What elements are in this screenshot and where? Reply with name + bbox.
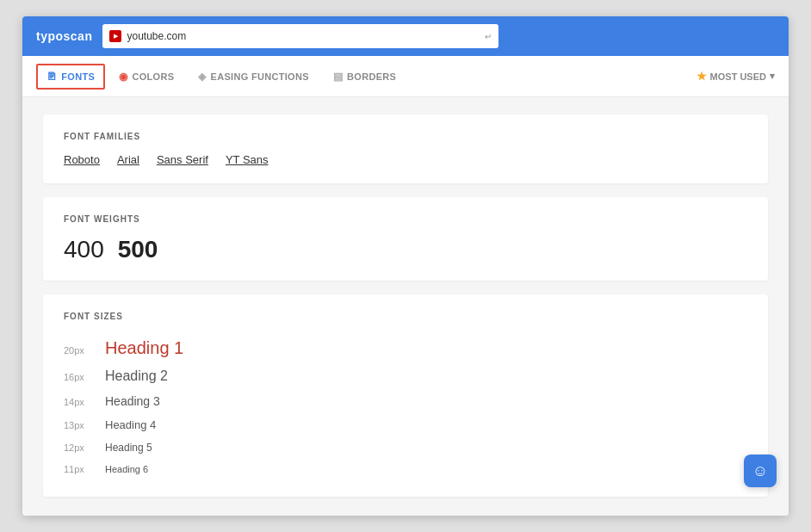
font-families-list: Roboto Arial Sans Serif YT Sans xyxy=(64,153,747,166)
font-size-sample-h1: Heading 1 xyxy=(105,338,183,358)
address-bar[interactable]: youtube.com ↵ xyxy=(102,24,498,48)
font-size-row-h3: 14px Heading 3 xyxy=(64,389,747,413)
font-family-roboto[interactable]: Roboto xyxy=(64,153,100,166)
borders-icon: ▤ xyxy=(333,71,343,83)
font-size-label-h2: 16px xyxy=(64,372,91,382)
star-icon: ★ xyxy=(696,70,707,83)
font-family-yt-sans[interactable]: YT Sans xyxy=(226,153,269,166)
font-size-sample-h5: Heading 5 xyxy=(105,442,152,454)
font-size-label-h1: 20px xyxy=(64,345,91,356)
colors-icon: ◉ xyxy=(119,71,127,83)
font-size-label-h6: 11px xyxy=(64,464,91,474)
tab-colors[interactable]: ◉ COLORS xyxy=(108,64,184,90)
font-sizes-title: FONT SIZES xyxy=(64,312,747,321)
tab-borders-label: BORDERS xyxy=(347,71,396,82)
font-weight-500: 500 xyxy=(118,236,158,263)
font-size-sample-h6: Heading 6 xyxy=(105,464,148,474)
browser-topbar: typoscan youtube.com ↵ xyxy=(22,16,789,56)
browser-window: typoscan youtube.com ↵ 🖹 FONTS ◉ COLORS … xyxy=(22,16,789,516)
font-weights-title: FONT WEIGHTS xyxy=(64,214,747,224)
address-text: youtube.com xyxy=(127,30,480,42)
tab-easing[interactable]: ◈ EASING FUNCTIONS xyxy=(188,64,319,90)
font-size-label-h5: 12px xyxy=(64,442,91,453)
easing-icon: ◈ xyxy=(198,71,206,83)
font-size-sample-h3: Heading 3 xyxy=(105,394,160,408)
font-size-row-h5: 12px Heading 5 xyxy=(64,436,747,459)
brand-logo: typoscan xyxy=(36,29,92,43)
chat-bubble-icon: ☺ xyxy=(752,462,768,480)
most-used-button[interactable]: ★ MOST USED ▾ xyxy=(696,70,775,83)
font-weights-card: FONT WEIGHTS 400 500 xyxy=(43,197,768,281)
font-size-label-h3: 14px xyxy=(64,397,91,407)
most-used-label: MOST USED xyxy=(710,71,766,82)
font-family-arial[interactable]: Arial xyxy=(117,153,139,166)
font-size-sample-h4: Heading 4 xyxy=(105,418,156,431)
most-used-chevron-icon: ▾ xyxy=(770,71,775,82)
address-arrow-icon: ↵ xyxy=(485,32,492,41)
font-size-label-h4: 13px xyxy=(64,420,91,430)
chat-bubble-button[interactable]: ☺ xyxy=(744,455,777,487)
font-size-row-h6: 11px Heading 6 xyxy=(64,459,747,479)
font-weight-400: 400 xyxy=(64,236,104,263)
font-families-card: FONT FAMILIES Roboto Arial Sans Serif YT… xyxy=(43,114,768,183)
font-size-sample-h2: Heading 2 xyxy=(105,368,168,384)
font-size-row-h1: 20px Heading 1 xyxy=(64,333,747,363)
tab-colors-label: COLORS xyxy=(132,71,174,82)
font-weights-list: 400 500 xyxy=(64,236,747,263)
font-size-row-h4: 13px Heading 4 xyxy=(64,413,747,436)
tab-easing-label: EASING FUNCTIONS xyxy=(211,71,309,82)
nav-bar: 🖹 FONTS ◉ COLORS ◈ EASING FUNCTIONS ▤ BO… xyxy=(22,56,789,97)
font-size-row-h2: 16px Heading 2 xyxy=(64,363,747,389)
tab-fonts[interactable]: 🖹 FONTS xyxy=(36,64,105,90)
font-sizes-card: FONT SIZES 20px Heading 1 16px Heading 2… xyxy=(43,294,768,497)
font-families-title: FONT FAMILIES xyxy=(64,132,747,141)
main-content: FONT FAMILIES Roboto Arial Sans Serif YT… xyxy=(22,97,789,516)
tab-fonts-label: FONTS xyxy=(61,71,95,82)
fonts-icon: 🖹 xyxy=(46,71,57,83)
tab-borders[interactable]: ▤ BORDERS xyxy=(323,64,406,90)
font-family-sans-serif[interactable]: Sans Serif xyxy=(157,153,208,166)
favicon-icon xyxy=(109,30,121,42)
